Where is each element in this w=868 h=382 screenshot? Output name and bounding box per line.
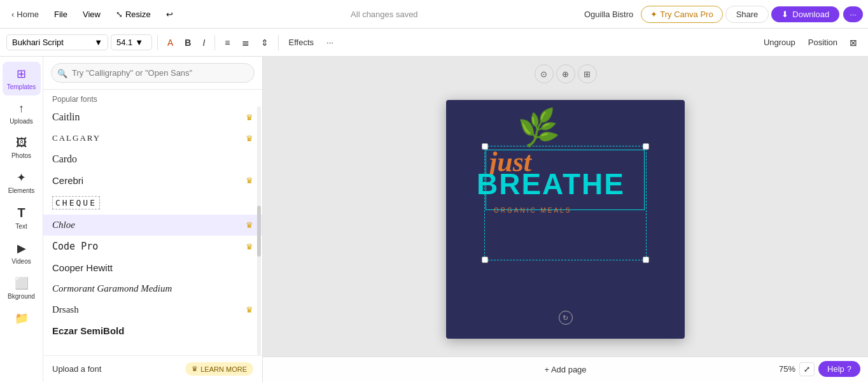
sidebar-item-photos[interactable]: 🖼 Photos	[3, 131, 41, 164]
home-button[interactable]: ‹ Home	[5, 6, 45, 22]
resize-icon: ⤡	[116, 10, 123, 19]
try-canva-button[interactable]: ✦ Try Canva Pro	[641, 6, 722, 23]
font-name-chloe: Chloe	[52, 220, 75, 230]
italic-icon: I	[202, 38, 205, 48]
main-layout: ⊞ Templates ↑ Uploads 🖼 Photos ✦ Element…	[0, 57, 868, 382]
font-item-cardo[interactable]: Cardo	[43, 148, 262, 170]
background-label: Bkground	[8, 293, 35, 300]
premium-icon-drsash: ♛	[246, 305, 253, 315]
more-toolbar-icon: ···	[326, 38, 333, 47]
videos-icon: ▶	[17, 241, 26, 255]
font-upload-section: Upload a font ♛ LEARN MORE	[43, 355, 262, 382]
learn-more-button[interactable]: ♛ LEARN MORE	[185, 362, 253, 376]
sidebar-item-templates[interactable]: ⊞ Templates	[3, 62, 41, 96]
font-size-selector[interactable]: 54.1 ▼	[111, 34, 152, 50]
effects-button[interactable]: Effects	[284, 35, 319, 50]
font-color-button[interactable]: A	[163, 35, 178, 50]
templates-icon: ⊞	[17, 67, 26, 81]
sidebar-item-background[interactable]: ⬜ Bkground	[3, 271, 41, 305]
font-name-cooper-hewitt: Cooper Hewitt	[52, 262, 113, 273]
elements-icon: ✦	[17, 171, 26, 185]
bottom-controls: 75% ⤢ Help ?	[779, 361, 860, 377]
expand-icon: ⤢	[804, 365, 810, 374]
premium-icon-cerebri: ♛	[246, 176, 253, 185]
font-panel: 🔍 Popular fonts Caitlin ♛ CALGARY ♛ Card…	[43, 57, 263, 382]
font-item-cormorant[interactable]: Cormorant Garamond Medium	[43, 278, 262, 299]
duplicate-icon: ⊕	[562, 69, 569, 79]
sidebar-item-uploads[interactable]: ↑ Uploads	[3, 97, 41, 130]
undo-button[interactable]: ↩	[160, 6, 179, 22]
more-options-button[interactable]: ···	[843, 6, 863, 22]
share-label: Share	[736, 10, 759, 19]
font-item-calgary[interactable]: CALGARY ♛	[43, 128, 262, 148]
uploads-icon: ↑	[18, 102, 24, 115]
leaf-decoration: 🌿	[516, 106, 561, 150]
list-button[interactable]: ≣	[237, 35, 254, 50]
font-item-cerebri[interactable]: Cerebri ♛	[43, 170, 262, 191]
file-menu-button[interactable]: File	[48, 6, 74, 22]
font-name-calgary: CALGARY	[52, 133, 101, 143]
rotate-handle[interactable]: ↻	[559, 311, 573, 325]
search-icon: 🔍	[57, 68, 67, 78]
learn-more-label: LEARN MORE	[200, 365, 247, 373]
share-button[interactable]: Share	[725, 6, 769, 23]
more-toolbar-button[interactable]: ···	[321, 35, 339, 50]
position-button[interactable]: Position	[803, 35, 843, 50]
star-icon: ✦	[650, 10, 657, 19]
font-item-cheque[interactable]: CHEQUE	[43, 191, 262, 215]
canvas-icon-1[interactable]: ⊙	[535, 64, 554, 83]
try-canva-label: Try Canva Pro	[660, 10, 713, 19]
resize-menu-button[interactable]: ⤡ Resize	[109, 6, 157, 22]
ungroup-button[interactable]: Ungroup	[759, 35, 801, 50]
italic-button[interactable]: I	[198, 35, 209, 50]
photos-label: Photos	[11, 152, 31, 159]
effects-label: Effects	[289, 38, 314, 47]
help-button[interactable]: Help ?	[818, 361, 860, 377]
font-item-eczar[interactable]: Eczar SemiBold	[43, 320, 262, 341]
sidebar-item-text[interactable]: T Text	[3, 201, 41, 235]
font-item-code-pro[interactable]: Code Pro ♛	[43, 236, 262, 257]
font-item-drsash[interactable]: Drsash ♛	[43, 299, 262, 320]
add-page-button[interactable]: + Add page	[544, 365, 586, 374]
view-menu-button[interactable]: View	[76, 6, 107, 22]
font-family-selector[interactable]: Bukhari Script ▼	[6, 34, 108, 50]
scrollbar-track[interactable]	[257, 106, 261, 355]
crop-button[interactable]: ⊠	[845, 35, 862, 50]
canvas-area: ⊙ ⊕ ⊞ 🌿 just BREATHE	[263, 57, 868, 382]
font-search-input[interactable]	[51, 63, 255, 83]
premium-icon-calgary: ♛	[246, 134, 253, 143]
uploads-label: Uploads	[10, 118, 33, 125]
handle-top-right[interactable]	[643, 143, 649, 150]
align-button[interactable]: ≡	[220, 35, 234, 50]
home-label: Home	[17, 10, 39, 19]
font-item-cooper-hewitt[interactable]: Cooper Hewitt	[43, 257, 262, 278]
zoom-expand-button[interactable]: ⤢	[799, 362, 815, 376]
scrollbar-thumb[interactable]	[257, 206, 261, 257]
bold-icon: B	[185, 38, 191, 48]
font-name-drsash: Drsash	[52, 304, 79, 315]
font-name-cardo: Cardo	[52, 153, 77, 165]
font-item-caitlin[interactable]: Caitlin ♛	[43, 106, 262, 128]
font-item-chloe[interactable]: Chloe ♛	[43, 215, 262, 236]
spacing-button[interactable]: ⇕	[256, 35, 273, 50]
handle-bottom-left[interactable]	[482, 257, 488, 263]
design-canvas[interactable]: 🌿 just BREATHE ORGANIC MEALS ↻	[446, 100, 685, 339]
sidebar-item-folder[interactable]: 📁	[3, 306, 41, 330]
handle-top-left[interactable]	[482, 143, 488, 150]
canvas-icon-2[interactable]: ⊕	[556, 64, 575, 83]
download-label: Download	[792, 10, 829, 19]
handle-bottom-right[interactable]	[643, 257, 649, 263]
breathe-text: BREATHE	[477, 167, 625, 201]
sidebar-item-elements[interactable]: ✦ Elements	[3, 166, 41, 199]
resize-label: Resize	[125, 10, 151, 19]
download-button[interactable]: ⬇ Download	[771, 6, 839, 22]
sidebar-item-videos[interactable]: ▶ Videos	[3, 236, 41, 270]
photos-icon: 🖼	[16, 136, 27, 150]
chevron-left-icon: ‹	[11, 10, 14, 19]
font-name-caitlin: Caitlin	[52, 111, 80, 123]
project-name: Oguilla Bistro	[584, 10, 633, 19]
crown-icon-upload: ♛	[192, 365, 198, 373]
bold-button[interactable]: B	[180, 35, 195, 50]
canvas-icon-3[interactable]: ⊞	[578, 64, 597, 83]
view-label: View	[83, 10, 101, 19]
